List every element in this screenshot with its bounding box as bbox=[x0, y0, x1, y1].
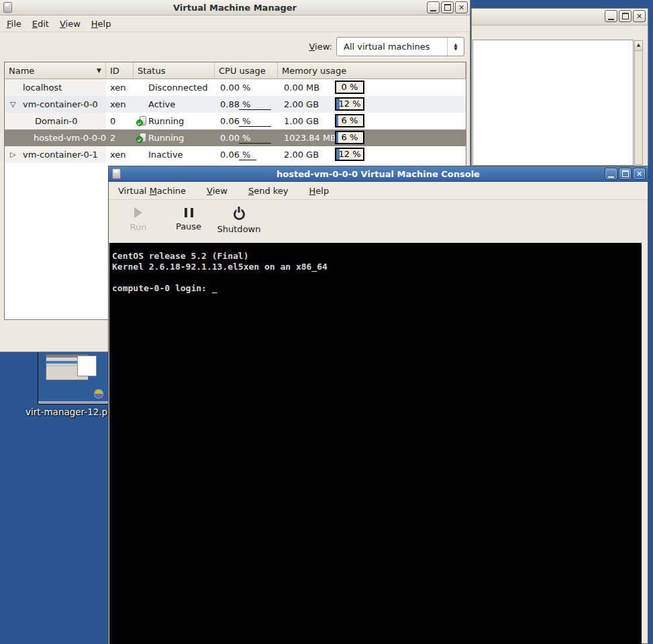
background-window-content bbox=[472, 40, 634, 166]
vm-id: 0 bbox=[106, 113, 134, 129]
vm-cpu: 0.88 % bbox=[220, 99, 250, 109]
vm-row-vm-container-0-0[interactable]: ▽ vm-container-0-0 xen Active 0.88 % 2.0… bbox=[5, 96, 466, 113]
close-button[interactable]: ✕ bbox=[633, 10, 646, 22]
desktop-icon-virt-manager[interactable]: virt-manager-12.png bbox=[38, 349, 109, 405]
vm-memory: 2.00 GB bbox=[284, 99, 319, 109]
console-menubar: Virtual Machine View Send key Help bbox=[109, 182, 648, 200]
memory-usage-bar: 12 % bbox=[335, 97, 364, 111]
window-icon bbox=[3, 2, 12, 13]
menu-file[interactable]: File bbox=[5, 19, 23, 29]
menu-view[interactable]: View bbox=[58, 19, 82, 29]
console-line: compute-0-0 login: _ bbox=[112, 283, 639, 294]
vm-row-localhost[interactable]: localhost xen Disconnected 0.00 % 0.00 M… bbox=[5, 79, 466, 96]
vm-memory: 1023.84 MB bbox=[284, 133, 336, 143]
vm-row-vm-container-0-1[interactable]: ▷ vm-container-0-1 xen Inactive 0.06 % 2… bbox=[5, 146, 466, 163]
column-header-status[interactable]: Status bbox=[134, 62, 215, 79]
minimize-button[interactable] bbox=[427, 1, 440, 13]
vm-name: vm-container-0-0 bbox=[23, 99, 98, 109]
vm-console-screen[interactable]: CentOS release 5.2 (Final) Kernel 2.6.18… bbox=[109, 243, 642, 644]
console-line bbox=[112, 272, 639, 283]
vm-name: Domain-0 bbox=[35, 116, 77, 126]
expander-open-icon[interactable]: ▽ bbox=[10, 100, 23, 109]
vm-id: xen bbox=[106, 146, 134, 163]
vm-id: 2 bbox=[106, 129, 134, 146]
maximize-button[interactable] bbox=[619, 10, 632, 22]
vm-memory: 0.00 MB bbox=[284, 83, 319, 93]
maximize-button[interactable] bbox=[441, 1, 454, 13]
console-titlebar[interactable]: hosted-vm-0-0-0 Virtual Machine Console … bbox=[109, 166, 648, 182]
menu-help[interactable]: Help bbox=[308, 186, 331, 196]
column-header-memory[interactable]: Memory usage bbox=[278, 62, 466, 79]
scroll-up-button[interactable]: ▲ bbox=[635, 41, 642, 51]
memory-usage-bar: 0 % bbox=[335, 80, 364, 94]
thumbnail-mini-panel bbox=[77, 356, 97, 376]
vm-running-icon bbox=[136, 116, 146, 126]
console-line: CentOS release 5.2 (Final) bbox=[112, 251, 639, 262]
vm-list-header: Name ▼ ID Status CPU usage Memory usage bbox=[5, 62, 466, 79]
console-window: hosted-vm-0-0-0 Virtual Machine Console … bbox=[108, 166, 648, 644]
pause-button[interactable]: Pause bbox=[168, 200, 209, 231]
column-header-cpu[interactable]: CPU usage bbox=[215, 62, 278, 79]
vm-status: Disconnected bbox=[148, 83, 207, 93]
menu-edit[interactable]: Edit bbox=[31, 19, 50, 29]
close-button[interactable]: ✕ bbox=[455, 1, 468, 13]
sort-descending-icon: ▼ bbox=[97, 67, 101, 74]
shutdown-button[interactable]: Shutdown bbox=[219, 200, 259, 233]
background-window: ✕ ▲ bbox=[471, 8, 648, 166]
cpu-sparkline bbox=[239, 160, 256, 160]
vmm-window-title: Virtual Machine Manager bbox=[0, 3, 470, 13]
vm-status: Inactive bbox=[148, 150, 183, 160]
console-toolbar: Run Pause Shutdown bbox=[109, 200, 648, 244]
background-window-titlebar[interactable]: ✕ bbox=[472, 9, 648, 25]
vm-cpu: 0.00 % bbox=[220, 83, 250, 93]
view-filter-combobox[interactable]: All virtual machines ▲▼ bbox=[336, 37, 464, 56]
vmm-menubar: File Edit View Help bbox=[0, 15, 470, 32]
run-button[interactable]: Run bbox=[118, 200, 158, 231]
vm-memory: 1.00 GB bbox=[284, 116, 319, 126]
combobox-spinner-icon[interactable]: ▲▼ bbox=[447, 38, 464, 56]
vm-row-domain-0[interactable]: Domain-0 0 Running 0.06 % 1.00 GB 6 % bbox=[5, 113, 466, 129]
vm-id: xen bbox=[106, 96, 134, 113]
vmm-titlebar[interactable]: Virtual Machine Manager ✕ bbox=[0, 0, 470, 15]
minimize-button[interactable] bbox=[605, 168, 617, 180]
screenshot-thumbnail bbox=[38, 349, 109, 405]
vm-running-icon bbox=[136, 133, 146, 143]
cpu-sparkline bbox=[239, 126, 271, 127]
vm-name: vm-container-0-1 bbox=[23, 150, 98, 160]
window-icon bbox=[112, 168, 121, 179]
run-icon bbox=[134, 207, 142, 218]
vm-status: Running bbox=[148, 133, 184, 143]
vm-cpu: 0.06 % bbox=[220, 116, 250, 126]
vm-id: xen bbox=[106, 79, 134, 96]
minimize-button[interactable] bbox=[605, 10, 617, 22]
vm-status: Running bbox=[148, 116, 184, 126]
expander-closed-icon[interactable]: ▷ bbox=[10, 150, 23, 159]
console-window-title: hosted-vm-0-0-0 Virtual Machine Console bbox=[109, 169, 648, 179]
memory-usage-bar: 12 % bbox=[335, 148, 364, 161]
vm-cpu: 0.06 % bbox=[220, 150, 250, 160]
view-filter-value: All virtual machines bbox=[337, 42, 447, 52]
console-line: Kernel 2.6.18-92.1.13.el5xen on an x86_6… bbox=[112, 262, 639, 272]
memory-usage-bar: 6 % bbox=[335, 131, 364, 144]
memory-usage-bar: 6 % bbox=[335, 114, 364, 127]
menu-view[interactable]: View bbox=[205, 186, 229, 196]
vm-name: localhost bbox=[23, 83, 62, 93]
menu-virtual-machine[interactable]: Virtual Machine bbox=[117, 186, 187, 196]
view-filter-label: View: bbox=[309, 42, 332, 52]
vm-memory: 2.00 GB bbox=[284, 150, 319, 160]
centos-logo-icon bbox=[95, 390, 103, 398]
vm-status: Active bbox=[148, 99, 175, 109]
vm-cpu: 0.00 % bbox=[220, 133, 250, 143]
vm-row-hosted-vm-0-0-0[interactable]: hosted-vm-0-0-0 2 Running 0.00 % 1023.84… bbox=[5, 129, 466, 146]
cpu-sparkline bbox=[239, 109, 271, 110]
close-button[interactable]: ✕ bbox=[633, 168, 646, 180]
vm-name: hosted-vm-0-0-0 bbox=[34, 133, 106, 143]
column-header-name[interactable]: Name ▼ bbox=[5, 62, 106, 79]
column-header-id[interactable]: ID bbox=[106, 62, 134, 79]
vertical-scrollbar[interactable]: ▲ bbox=[634, 40, 643, 165]
menu-help[interactable]: Help bbox=[90, 19, 113, 29]
cpu-sparkline bbox=[239, 143, 271, 144]
maximize-button[interactable] bbox=[619, 168, 632, 180]
power-icon bbox=[234, 209, 245, 220]
menu-send-key[interactable]: Send key bbox=[247, 186, 290, 196]
